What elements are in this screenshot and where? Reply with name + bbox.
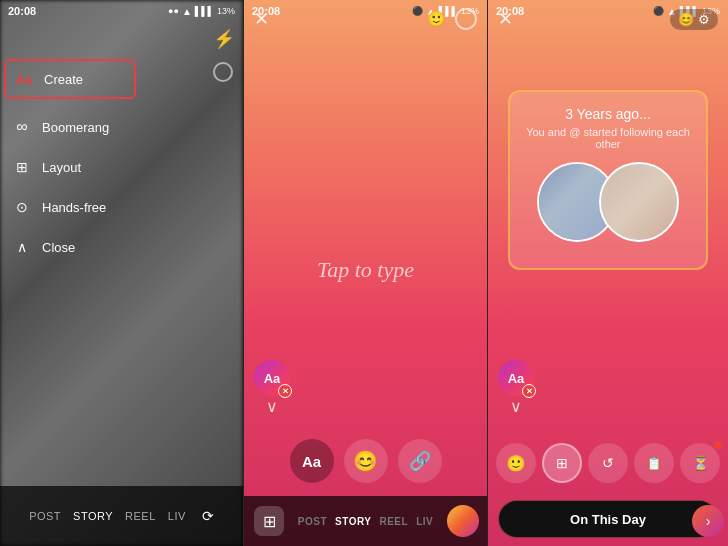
hourglass-btn-3[interactable]: ⏳ [680, 443, 720, 483]
history-icon-3: ↺ [602, 455, 614, 471]
panel-1: 20:08 ●● ▲ ▌▌▌ 13% ⚡ Aa Create ∞ Boomera… [0, 0, 243, 546]
signal-icon: ▌▌▌ [195, 6, 214, 16]
divider-2-3 [487, 0, 488, 546]
close-label: Close [42, 240, 75, 255]
circle-mode-icon[interactable] [455, 8, 477, 30]
panel-2: 20:08 ⚫ ▲ ▌▌▌ 13% ✕ 🙂 Tap to type Aa ✕ ∨… [244, 0, 487, 546]
mention-icon-3: 📋 [646, 456, 662, 471]
circle-icon[interactable] [213, 62, 233, 82]
aa-tool-btn[interactable]: Aa [290, 439, 334, 483]
menu-item-layout[interactable]: ⊞ Layout [0, 147, 140, 187]
face-tool-btn[interactable]: 😊 [344, 439, 388, 483]
aa-tool-label: Aa [302, 453, 321, 470]
flash-off-icon[interactable]: ⚡ [213, 28, 235, 50]
panel2-bottom-bar: ⊞ POST STORY REEL LIV [244, 496, 487, 546]
hourglass-icon-3: ⏳ [692, 455, 709, 471]
tab-live-2[interactable]: LIV [416, 516, 433, 527]
mention-btn-3[interactable]: 📋 [634, 443, 674, 483]
boomerang-icon: ∞ [12, 117, 32, 137]
chevron-down-2[interactable]: ∨ [266, 397, 278, 416]
tab-story-2[interactable]: STORY [335, 516, 371, 527]
layout-icon: ⊞ [12, 157, 32, 177]
sticker-icon-3: 🙂 [506, 454, 526, 473]
aa-badge-panel3[interactable]: Aa ✕ [498, 360, 534, 396]
memory-images [524, 162, 692, 242]
link-tool-btn[interactable]: 🔗 [398, 439, 442, 483]
panel1-bottom-bar: POST STORY REEL LIV ⟳ [0, 486, 243, 546]
handsfree-label: Hands-free [42, 200, 106, 215]
panel3-icon-bar: 🙂 ⊞ ↺ 📋 ⏳ [488, 435, 728, 491]
panel2-add-icon[interactable]: ⊞ [254, 506, 284, 536]
panel1-menu: Aa Create ∞ Boomerang ⊞ Layout ⊙ Hands-f… [0, 55, 140, 267]
aa-badge-text-2: Aa [264, 371, 281, 386]
handsfree-icon: ⊙ [12, 197, 32, 217]
panel1-top-icons: ⚡ [213, 28, 235, 82]
hourglass-notif-dot [714, 441, 722, 449]
tap-to-type-label[interactable]: Tap to type [317, 257, 414, 283]
tab-reel-2[interactable]: REEL [379, 516, 408, 527]
on-this-day-label: On This Day [570, 512, 646, 527]
aa-badge-text-3: Aa [508, 371, 525, 386]
top-pill-icons: 😊 ⚙ [670, 9, 718, 30]
gear-top-icon[interactable]: ⚙ [698, 12, 710, 27]
panel3-top-row: ✕ 😊 ⚙ [488, 4, 728, 34]
tab-post-1[interactable]: POST [29, 510, 61, 522]
history-btn-3[interactable]: ↺ [588, 443, 628, 483]
memory-subtitle: You and @ started following each other [524, 126, 692, 150]
battery-icon: 13% [217, 6, 235, 16]
close-chevron-icon: ∧ [12, 237, 32, 257]
add-icon: ⊞ [263, 512, 276, 531]
panel2-top-center: 🙂 [425, 8, 477, 30]
memory-photo-right [599, 162, 679, 242]
boomerang-label: Boomerang [42, 120, 109, 135]
menu-item-create[interactable]: Aa Create [4, 59, 136, 99]
wifi-icon: ▲ [182, 6, 192, 17]
on-this-day-button[interactable]: On This Day [498, 500, 718, 538]
tab-story-1[interactable]: STORY [73, 510, 113, 522]
create-label: Create [44, 72, 83, 87]
menu-item-close[interactable]: ∧ Close [0, 227, 140, 267]
tab-live-1[interactable]: LIV [168, 510, 186, 522]
memory-card: 3 Years ago... You and @ started followi… [508, 90, 708, 270]
panel3-next-arrow[interactable]: › [692, 505, 724, 537]
sticker-btn-3[interactable]: 🙂 [496, 443, 536, 483]
notification-icon: ●● [168, 6, 179, 16]
panel2-top-row: ✕ 🙂 [244, 4, 487, 34]
tab-reel-1[interactable]: REEL [125, 510, 156, 522]
panel3-top-right: 😊 ⚙ [670, 9, 718, 30]
status-time-1: 20:08 [8, 5, 36, 17]
create-icon: Aa [14, 69, 34, 89]
panel2-toolbar: Aa 😊 🔗 [244, 431, 487, 491]
chevron-down-3[interactable]: ∨ [510, 397, 522, 416]
panel2-close-button[interactable]: ✕ [254, 8, 269, 30]
status-bar-1: 20:08 ●● ▲ ▌▌▌ 13% [0, 0, 243, 22]
aa-badge-close-3[interactable]: ✕ [522, 384, 536, 398]
status-icons-1: ●● ▲ ▌▌▌ 13% [168, 6, 235, 17]
story-gradient-circle-2[interactable] [447, 505, 479, 537]
link-icon: 🔗 [409, 450, 431, 472]
refresh-icon-1[interactable]: ⟳ [202, 508, 214, 524]
memory-photo-right-inner [601, 164, 677, 240]
menu-item-boomerang[interactable]: ∞ Boomerang [0, 107, 140, 147]
aa-badge-close-2[interactable]: ✕ [278, 384, 292, 398]
sticker-icon-2[interactable]: 🙂 [425, 8, 447, 30]
face-icon: 😊 [353, 449, 378, 473]
memory-title: 3 Years ago... [524, 106, 692, 122]
aa-badge-panel2[interactable]: Aa ✕ [254, 360, 290, 396]
panel-3: 20:08 ⚫ ▲ ▌▌▌ 13% ✕ 😊 ⚙ 3 Years ago... Y… [488, 0, 728, 546]
menu-item-handsfree[interactable]: ⊙ Hands-free [0, 187, 140, 227]
grid-icon-3: ⊞ [556, 455, 568, 471]
grid-btn-3[interactable]: ⊞ [542, 443, 582, 483]
layout-label: Layout [42, 160, 81, 175]
panel3-close-button[interactable]: ✕ [498, 8, 513, 30]
arrow-right-icon: › [706, 513, 711, 529]
tab-post-2[interactable]: POST [298, 516, 327, 527]
user-face-icon[interactable]: 😊 [678, 12, 694, 27]
panel1-tabs: POST STORY REEL LIV ⟳ [29, 508, 214, 524]
divider-1-2 [243, 0, 244, 546]
